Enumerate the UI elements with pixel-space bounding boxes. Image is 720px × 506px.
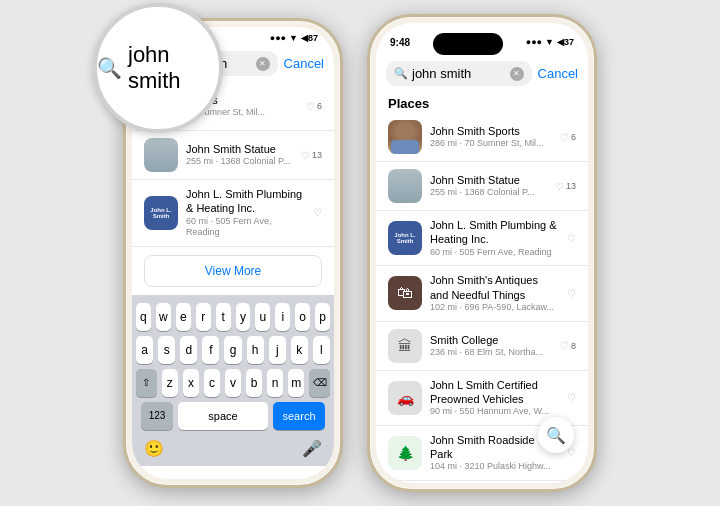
key-t[interactable]: t: [216, 303, 231, 331]
place-info: John Smith Statue 255 mi · 1368 Colonial…: [186, 142, 293, 168]
place-favorite[interactable]: ♡ 6: [306, 101, 322, 112]
keyboard-bottom-row: 123 space search: [136, 402, 330, 430]
heart-count: 6: [317, 101, 322, 111]
emoji-icon[interactable]: 🙂: [144, 439, 164, 458]
heart-icon: ♡: [560, 132, 569, 143]
place-avatar: 🏛: [388, 329, 422, 363]
key-m[interactable]: m: [288, 369, 304, 397]
right-search-clear-button[interactable]: ✕: [510, 67, 524, 81]
place-favorite[interactable]: ♡: [313, 207, 322, 218]
key-p[interactable]: p: [315, 303, 330, 331]
right-search-input-wrap[interactable]: 🔍 john smith ✕: [386, 61, 532, 86]
key-g[interactable]: g: [224, 336, 241, 364]
key-delete[interactable]: ⌫: [309, 369, 330, 397]
place-info: John Smith Sports 286 mi · 70 Sumner St,…: [430, 124, 552, 150]
keyboard: q w e r t y u i o p a s d f g h: [132, 295, 334, 466]
key-l[interactable]: l: [313, 336, 330, 364]
place-detail: 255 mi · 1368 Colonial P...: [430, 187, 547, 199]
right-cancel-button[interactable]: Cancel: [538, 66, 578, 81]
heart-icon: ♡: [301, 150, 310, 161]
key-v[interactable]: v: [225, 369, 241, 397]
heart-count: 13: [312, 150, 322, 160]
place-favorite[interactable]: ♡: [567, 392, 576, 403]
left-search-clear-button[interactable]: ✕: [256, 57, 270, 71]
right-signal-icon: ●●●: [526, 37, 542, 47]
heart-count: 13: [566, 181, 576, 191]
heart-icon: ♡: [567, 288, 576, 299]
left-cancel-button[interactable]: Cancel: [284, 56, 324, 71]
place-favorite[interactable]: ♡: [567, 447, 576, 458]
place-detail: 286 mi · 70 Sumner St, Mil...: [430, 138, 552, 150]
mic-icon[interactable]: 🎤: [302, 439, 322, 458]
key-u[interactable]: u: [255, 303, 270, 331]
key-i[interactable]: i: [275, 303, 290, 331]
place-detail: 104 mi · 3210 Pulaski Highw...: [430, 461, 559, 473]
place-name: John L. Smith Plumbing & Heating Inc.: [430, 218, 559, 247]
place-detail: 60 mi · 505 Fern Ave, Reading: [430, 247, 559, 259]
tree-icon: 🌲: [397, 445, 414, 461]
place-name: John Smith's Antiques and Needful Things: [430, 273, 559, 302]
place-avatar: 🚗: [388, 381, 422, 415]
list-item[interactable]: 🏛 Smith College 236 mi · 68 Elm St, Nort…: [376, 322, 588, 371]
place-name: Smith College: [430, 333, 552, 347]
key-h[interactable]: h: [247, 336, 264, 364]
place-avatar: 🌲: [388, 436, 422, 470]
place-favorite[interactable]: ♡ 13: [301, 150, 322, 161]
place-favorite[interactable]: ♡: [567, 233, 576, 244]
places-section-label: Places: [376, 92, 588, 113]
keyboard-toolbar: 🙂 🎤: [136, 435, 330, 462]
key-y[interactable]: y: [236, 303, 251, 331]
key-z[interactable]: z: [162, 369, 178, 397]
key-k[interactable]: k: [291, 336, 308, 364]
key-space[interactable]: space: [178, 402, 268, 430]
place-info: John L. Smith Plumbing & Heating Inc. 60…: [430, 218, 559, 258]
right-search-query[interactable]: john smith: [412, 66, 471, 81]
key-b[interactable]: b: [246, 369, 262, 397]
place-detail: 236 mi · 68 Elm St, Northa...: [430, 347, 552, 359]
building-icon: 🏛: [398, 338, 412, 354]
right-search-bar[interactable]: 🔍 john smith ✕ Cancel: [376, 55, 588, 92]
keyboard-row-1: q w e r t y u i o p: [136, 303, 330, 331]
list-item[interactable]: John Smith Statue 255 mi · 1368 Colonial…: [132, 131, 334, 180]
heart-icon: ♡: [306, 101, 315, 112]
key-c[interactable]: c: [204, 369, 220, 397]
heart-icon: ♡: [567, 447, 576, 458]
key-n[interactable]: n: [267, 369, 283, 397]
right-status-time: 9:48: [390, 37, 410, 48]
place-favorite[interactable]: ♡: [567, 288, 576, 299]
wifi-icon: ▼: [289, 33, 298, 43]
right-search-icon: 🔍: [394, 67, 408, 80]
place-info: John L Smith Certified Preowned Vehicles…: [430, 378, 559, 418]
key-o[interactable]: o: [295, 303, 310, 331]
right-wifi-icon: ▼: [545, 37, 554, 47]
key-f[interactable]: f: [202, 336, 219, 364]
place-name: John L. Smith Plumbing & Heating Inc.: [186, 187, 305, 216]
key-r[interactable]: r: [196, 303, 211, 331]
list-item[interactable]: John L. Smith John L. Smith Plumbing & H…: [376, 211, 588, 266]
key-a[interactable]: a: [136, 336, 153, 364]
right-battery-icon: ◀37: [557, 37, 574, 47]
key-s[interactable]: s: [158, 336, 175, 364]
list-item[interactable]: 🌳 John Walter Smith Memorial Park 203...…: [376, 481, 588, 483]
view-more-button[interactable]: View More: [144, 255, 322, 287]
list-item[interactable]: John Smith Sports 286 mi · 70 Sumner St,…: [376, 113, 588, 162]
place-favorite[interactable]: ♡ 6: [560, 132, 576, 143]
battery-icon: ◀87: [301, 33, 318, 43]
key-e[interactable]: e: [176, 303, 191, 331]
key-j[interactable]: j: [269, 336, 286, 364]
magnifier: 🔍 john smith: [93, 3, 223, 133]
key-d[interactable]: d: [180, 336, 197, 364]
place-favorite[interactable]: ♡ 13: [555, 181, 576, 192]
key-search[interactable]: search: [273, 402, 325, 430]
place-detail: 255 mi · 1368 Colonial P...: [186, 156, 293, 168]
place-favorite[interactable]: ♡ 8: [560, 340, 576, 351]
key-x[interactable]: x: [183, 369, 199, 397]
key-w[interactable]: w: [156, 303, 171, 331]
list-item[interactable]: John L. Smith John L. Smith Plumbing & H…: [132, 180, 334, 247]
list-item[interactable]: John Smith Statue 255 mi · 1368 Colonial…: [376, 162, 588, 211]
key-shift[interactable]: ⇧: [136, 369, 157, 397]
key-numbers[interactable]: 123: [141, 402, 173, 430]
list-item[interactable]: 🛍 John Smith's Antiques and Needful Thin…: [376, 266, 588, 321]
key-q[interactable]: q: [136, 303, 151, 331]
search-fab-button[interactable]: 🔍: [538, 417, 574, 453]
